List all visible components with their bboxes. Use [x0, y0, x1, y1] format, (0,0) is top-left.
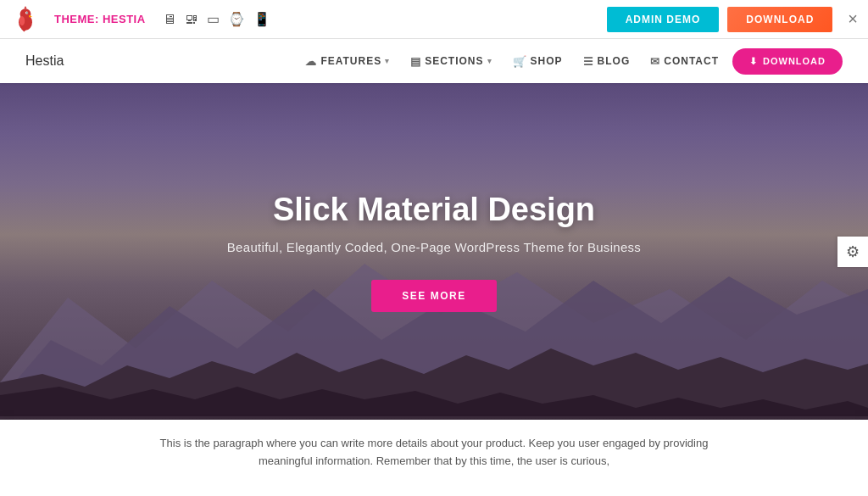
- tablet-icon[interactable]: ▭: [207, 11, 220, 27]
- svg-point-5: [19, 16, 25, 25]
- cloud-icon: ☁: [305, 55, 317, 68]
- svg-point-4: [26, 12, 28, 14]
- download-top-button[interactable]: DOWNLOAD: [727, 7, 832, 32]
- hero-title: Slick Material Design: [227, 192, 641, 228]
- device-icons: 🖥 🖳 ▭ ⌚ 📱: [163, 11, 270, 27]
- bottom-text: This is the paragraph where you can writ…: [159, 435, 709, 471]
- gear-button[interactable]: ⚙: [837, 237, 868, 267]
- nav-download-button[interactable]: ⬇ DOWNLOAD: [732, 48, 843, 75]
- shop-icon: 🛒: [513, 55, 527, 68]
- theme-label: THEME: HESTIA: [54, 13, 146, 25]
- nav-label-features: FEATURES: [320, 55, 381, 67]
- hero-content: Slick Material Design Beautiful, Elegant…: [210, 192, 658, 312]
- theme-name: HESTIA: [103, 13, 146, 25]
- nav-label-shop: SHOP: [531, 55, 563, 67]
- nav-item-contact[interactable]: ✉ CONTACT: [650, 55, 719, 68]
- nav-link-features[interactable]: ☁ FEATURES ▾: [305, 55, 390, 68]
- nav-link-shop[interactable]: 🛒 SHOP: [513, 55, 563, 68]
- nav-link-sections[interactable]: ▤ SECTIONS ▾: [410, 55, 492, 68]
- see-more-button[interactable]: SEE MORE: [371, 280, 496, 312]
- contact-icon: ✉: [650, 55, 660, 68]
- admin-demo-button[interactable]: ADMIN DEMO: [607, 7, 720, 32]
- nav-label-contact: CONTACT: [664, 55, 719, 67]
- nav-label-blog: BLOG: [598, 55, 631, 67]
- top-bar: THEME: HESTIA 🖥 🖳 ▭ ⌚ 📱 ADMIN DEMO DOWNL…: [0, 0, 868, 39]
- svg-marker-7: [24, 6, 26, 8]
- nav-item-features[interactable]: ☁ FEATURES ▾: [305, 55, 390, 68]
- nav-links: ☁ FEATURES ▾ ▤ SECTIONS ▾ 🛒 SHOP ☰ BLOG: [305, 55, 719, 68]
- chevron-sections: ▾: [487, 57, 492, 65]
- nav-label-sections: SECTIONS: [425, 55, 483, 67]
- nav-link-blog[interactable]: ☰ BLOG: [583, 55, 631, 68]
- nav-item-blog[interactable]: ☰ BLOG: [583, 55, 631, 68]
- monitor-icon[interactable]: 🖳: [185, 12, 198, 27]
- bottom-section: This is the paragraph where you can writ…: [0, 420, 868, 496]
- desktop-icon[interactable]: 🖥: [163, 12, 176, 27]
- chevron-features: ▾: [385, 57, 390, 65]
- nav-link-contact[interactable]: ✉ CONTACT: [650, 55, 719, 68]
- blog-icon: ☰: [583, 55, 594, 68]
- nav-item-sections[interactable]: ▤ SECTIONS ▾: [410, 55, 492, 68]
- nav-item-shop[interactable]: 🛒 SHOP: [513, 55, 563, 68]
- hero-section: Slick Material Design Beautiful, Elegant…: [0, 83, 868, 420]
- nav-download-label: DOWNLOAD: [763, 56, 826, 66]
- hero-subtitle: Beautiful, Elegantly Coded, One-Page Wor…: [227, 240, 641, 254]
- download-icon: ⬇: [749, 56, 758, 67]
- site-nav: Hestia ☁ FEATURES ▾ ▤ SECTIONS ▾ 🛒 SHOP: [0, 39, 868, 83]
- close-button[interactable]: ×: [848, 9, 858, 29]
- mobile-icon[interactable]: 📱: [253, 11, 270, 27]
- site-logo: [10, 4, 41, 35]
- site-logo-text: Hestia: [25, 53, 64, 69]
- watch-icon[interactable]: ⌚: [228, 11, 245, 27]
- sections-icon: ▤: [410, 55, 421, 68]
- theme-prefix: THEME:: [54, 13, 103, 25]
- gear-icon: ⚙: [846, 242, 860, 261]
